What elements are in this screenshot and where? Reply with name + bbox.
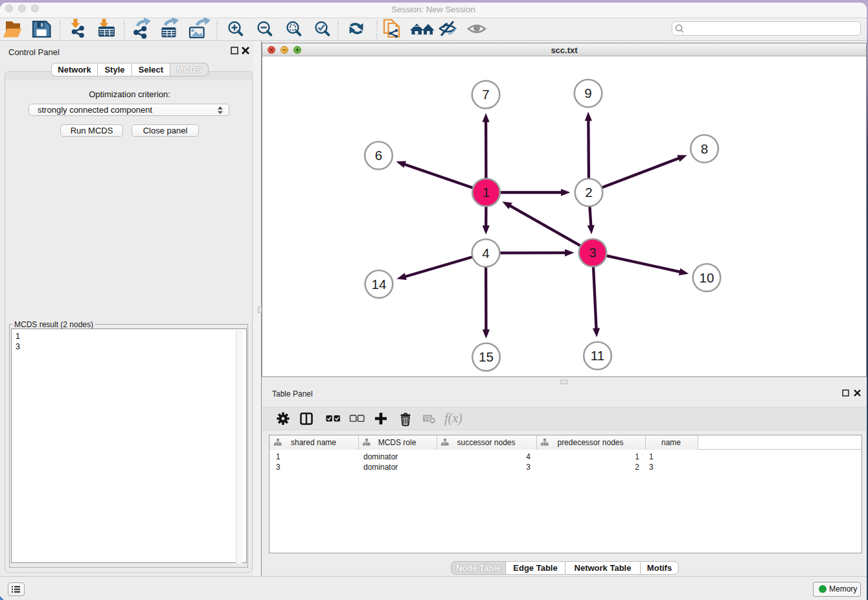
svg-text:4: 4 xyxy=(482,246,489,260)
svg-text:8: 8 xyxy=(701,141,708,156)
svg-text:1: 1 xyxy=(483,185,490,200)
svg-text:10: 10 xyxy=(700,270,714,285)
svg-text:f(x): f(x) xyxy=(444,411,463,426)
svg-text:14: 14 xyxy=(372,277,387,292)
svg-text:2: 2 xyxy=(585,185,592,200)
svg-text:15: 15 xyxy=(479,349,494,364)
svg-text:3: 3 xyxy=(589,245,596,260)
svg-text:7: 7 xyxy=(482,87,489,102)
svg-text:6: 6 xyxy=(375,148,382,163)
svg-text:9: 9 xyxy=(584,86,591,100)
svg-text:11: 11 xyxy=(591,348,604,363)
